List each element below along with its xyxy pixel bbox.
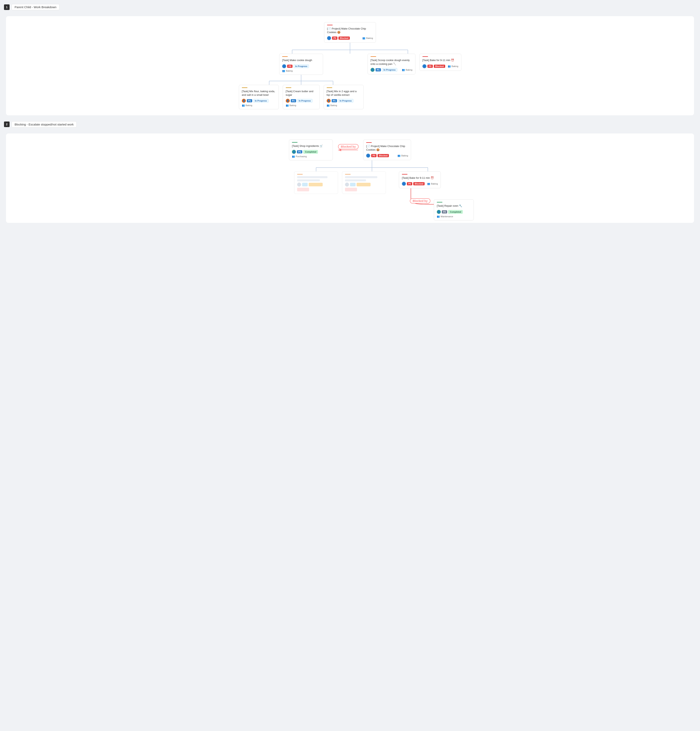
- s2-blurred-card-1: [294, 172, 338, 194]
- card-footer: 👤 P1 In Progress 👥 Baking: [286, 99, 317, 107]
- s2-branch-svg: [302, 167, 442, 172]
- avatar: 👤: [371, 68, 374, 72]
- card-footer-left: 👤 P1 In Progress: [371, 68, 397, 72]
- priority-badge: P1: [297, 150, 302, 153]
- card-footer-right: 👥 Baking: [242, 104, 252, 107]
- card-footer: [345, 182, 383, 191]
- team-label: Baking: [330, 104, 337, 107]
- card-footer-right: 👥 Baking: [402, 68, 412, 71]
- card-footer: 👤 P0 Blocked 👥 Baking: [366, 154, 408, 158]
- card-title: [📄 Project] Make Chocolate Chip Cookies …: [366, 144, 408, 152]
- card-footer-right: 👥 Baking: [286, 104, 296, 107]
- l2-card-3[interactable]: [Task] Bake for 9-11 min ⏰ 👤 P0 Blocked …: [420, 54, 461, 70]
- priority-badge: P2: [442, 210, 447, 213]
- blocked-by-text: Blocked by: [338, 144, 359, 149]
- card-footer-right: 👥 Baking: [362, 37, 373, 40]
- card-footer-right: [297, 188, 309, 191]
- card-title: [Task] Mix in 2 eggs and a tsp of vanill…: [327, 90, 361, 97]
- card-accent: [345, 174, 351, 175]
- priority-badge: P1: [247, 99, 252, 102]
- l2-item-3: [Task] Bake for 9-11 min ⏰ 👤 P0 Blocked …: [420, 54, 461, 70]
- s2-blurred-card-2: [342, 172, 386, 194]
- card-footer: 👤 P1 In Progress 👥 Baking: [242, 99, 276, 107]
- blocked-by-connector: Blocked by: [336, 147, 360, 153]
- priority-badge: P0: [371, 154, 377, 157]
- card-accent: [297, 174, 303, 175]
- card-footer-right: 👥 Purchasing: [292, 155, 307, 158]
- card-footer-right: 👥 Baking: [427, 182, 438, 185]
- status-badge: Blocked: [377, 154, 389, 157]
- section-1-header: 1 Parent Child - Work Breakdown: [4, 4, 696, 10]
- l2-item-2: [Task] Scoop cookie dough evenly onto a …: [368, 54, 415, 74]
- project-card[interactable]: [📄 Project] Make Chocolate Chip Cookies …: [363, 139, 411, 160]
- status-badge: In Progress: [297, 99, 313, 103]
- card-accent: [242, 87, 247, 88]
- l2-card-2[interactable]: [Task] Scoop cookie dough evenly onto a …: [368, 54, 415, 74]
- status-badge: Blocked: [338, 37, 350, 40]
- level-3-row: [Task] Mix flour, baking soda, and salt …: [239, 85, 364, 109]
- priority-badge: P1: [291, 99, 296, 102]
- section-1-title: Parent Child - Work Breakdown: [12, 4, 59, 10]
- avatar: 👤: [282, 64, 286, 68]
- status-badge: Completed: [448, 210, 463, 214]
- repair-card-wrapper: [Task] Repair oven 🔧 👤 P2 Completed 👥 Ma…: [434, 199, 474, 220]
- bake-card[interactable]: [Task] Bake for 9-11 min ⏰ 👤 P0 Blocked …: [399, 172, 441, 188]
- blurred-line: [297, 176, 327, 178]
- blurred-avatar: [345, 182, 349, 186]
- card-footer-right: 👥 Baking: [327, 104, 337, 107]
- card-accent: [371, 56, 376, 57]
- card-title: [Task] Make cookie dough: [282, 59, 320, 62]
- section-2-header: 2 Blocking - Escalate stopped/not starte…: [4, 121, 696, 128]
- section-1-diagram: [📄 Project] Make Chocolate Chip Cookies …: [6, 16, 694, 115]
- team-icon: 👥: [362, 37, 365, 40]
- team-label: Baking: [452, 65, 458, 68]
- card-footer-left: 👤 P0 Blocked: [366, 154, 389, 158]
- card-title: [Task] Scoop cookie dough evenly onto a …: [371, 59, 412, 66]
- l2-card-1[interactable]: [Task] Make cookie dough 👤 P0 In Progres…: [279, 54, 323, 75]
- card-accent: [327, 87, 332, 88]
- s2-branch: [54, 167, 690, 172]
- card-title: [Task] Bake for 9-11 min ⏰: [402, 176, 438, 180]
- card-title: [Task] Mix flour, baking soda, and salt …: [242, 90, 276, 97]
- card-accent: [366, 142, 372, 143]
- blurred-line: [345, 176, 377, 178]
- status-badge: Blocked: [434, 65, 445, 68]
- l3-card-2[interactable]: [Task] Cream butter and sugar 👤 P1 In Pr…: [283, 85, 320, 109]
- team-label: Purchasing: [296, 155, 307, 158]
- blurred-team: [297, 188, 309, 191]
- status-badge: In Progress: [253, 99, 269, 103]
- priority-badge: P0: [332, 37, 338, 40]
- avatar: 👤: [402, 182, 406, 186]
- section-2-title: Blocking - Escalate stopped/not started …: [12, 121, 76, 128]
- card-footer-right: 👥 Baking: [448, 65, 458, 68]
- team-label: Baking: [401, 154, 408, 157]
- blurred-team: [345, 188, 357, 191]
- priority-badge: P1: [332, 99, 337, 102]
- status-badge: Completed: [303, 150, 318, 154]
- card-accent: [292, 142, 298, 142]
- s2-connector-1: [54, 160, 690, 167]
- card-footer: 👤 P1 Completed 👥 Purchasing: [292, 150, 330, 158]
- priority-badge: P0: [287, 65, 292, 68]
- team-label: Baking: [286, 70, 293, 72]
- card-accent: [327, 25, 333, 25]
- repair-card[interactable]: [Task] Repair oven 🔧 👤 P2 Completed 👥 Ma…: [434, 199, 474, 220]
- branch-svg-l2: [272, 50, 428, 54]
- avatar: 👤: [242, 99, 246, 103]
- l3-card-1[interactable]: [Task] Mix flour, baking soda, and salt …: [239, 85, 279, 109]
- blocked-by-down-connector: Blocked by [Task] Repair oven 🔧 👤 P2: [390, 188, 450, 217]
- shop-card[interactable]: [Task] Shop ingredients 🛒 👤 P1 Completed…: [289, 139, 333, 160]
- card-title: [Task] Bake for 9-11 min ⏰: [423, 59, 458, 62]
- blocked-by-text-2: Blocked by: [410, 198, 430, 204]
- team-label: Baking: [431, 182, 438, 185]
- card-accent: [423, 56, 428, 57]
- card-accent: [437, 202, 442, 203]
- card-accent: [286, 87, 291, 88]
- root-card[interactable]: [📄 Project] Make Chocolate Chip Cookies …: [324, 22, 376, 43]
- card-accent: [282, 56, 288, 57]
- branch-svg-l3: [253, 81, 349, 85]
- card-footer-left: 👤 P1 In Progress: [242, 99, 269, 103]
- blurred-line: [297, 179, 320, 181]
- card-footer-right: [345, 188, 357, 191]
- l3-card-3[interactable]: [Task] Mix in 2 eggs and a tsp of vanill…: [324, 85, 364, 109]
